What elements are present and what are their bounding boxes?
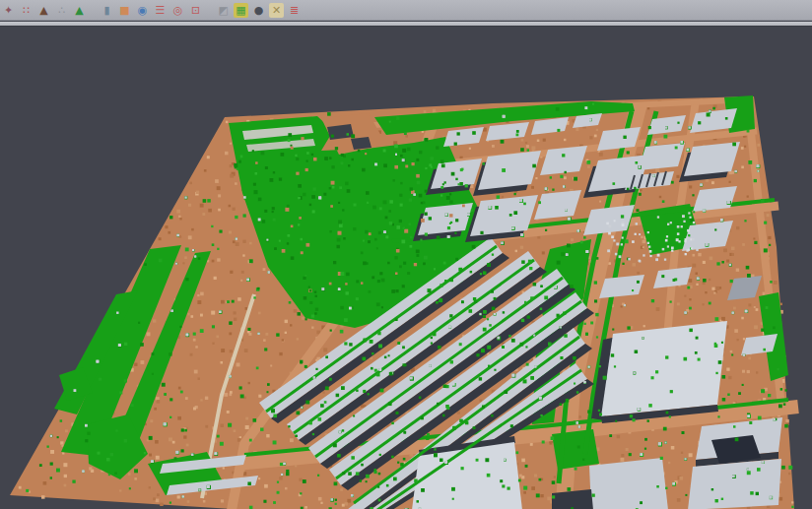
forest-speckle — [285, 208, 289, 212]
veg-speckle — [747, 471, 751, 475]
roof-veg-speckle — [473, 297, 476, 300]
veg-speckle — [258, 198, 262, 202]
ground-speckle — [203, 500, 206, 503]
veg-speckle — [596, 257, 599, 260]
veg-speckle — [144, 452, 146, 454]
veg-speckle — [574, 383, 575, 385]
parking-speckle — [690, 217, 692, 219]
parking-speckle — [619, 255, 622, 258]
light-speckle — [539, 397, 542, 400]
ground-speckle — [318, 497, 322, 501]
veg-speckle — [203, 199, 207, 203]
veg-speckle — [582, 459, 584, 461]
column-icon[interactable]: ▮ — [100, 3, 114, 18]
light-speckle — [318, 196, 321, 199]
ground-speckle — [543, 139, 546, 142]
mountain-icon[interactable]: ▲ — [36, 3, 51, 18]
veg-speckle — [421, 488, 425, 492]
clear-icon[interactable]: ✕ — [269, 3, 284, 18]
globe-icon[interactable]: ◉ — [135, 3, 150, 18]
orange-tile-icon[interactable]: ■ — [117, 3, 132, 18]
light-speckle — [720, 219, 723, 222]
veg-speckle — [609, 434, 612, 437]
3d-viewport[interactable] — [0, 26, 812, 509]
ground-speckle — [200, 204, 204, 208]
forest-speckle — [301, 238, 304, 241]
parking-speckle — [622, 223, 625, 226]
roof-veg-speckle — [461, 300, 464, 303]
veg-speckle — [212, 243, 215, 246]
light-speckle — [563, 185, 565, 187]
veg-speckle — [714, 228, 716, 230]
crop-icon[interactable]: ⊡ — [188, 3, 203, 18]
veg-speckle — [727, 394, 730, 397]
ground-speckle — [656, 307, 660, 311]
forest-speckle — [346, 291, 349, 294]
flag-icon[interactable]: ≣ — [287, 3, 302, 18]
veg-speckle — [703, 279, 707, 283]
ground-speckle — [156, 456, 160, 460]
veg-speckle — [417, 254, 420, 257]
ground-speckle — [526, 145, 529, 148]
picker-icon[interactable]: ◩ — [216, 3, 231, 18]
ground-speckle — [229, 231, 232, 234]
light-speckle — [684, 311, 686, 313]
sphere-icon[interactable]: ● — [251, 3, 266, 18]
veg-speckle — [557, 129, 560, 132]
veg-speckle — [778, 405, 782, 409]
light-speckle — [534, 365, 536, 367]
veg-speckle — [529, 267, 532, 270]
ground-speckle — [756, 371, 758, 373]
forest-speckle — [440, 186, 443, 189]
roof-veg-speckle — [348, 472, 352, 476]
veg-speckle — [409, 223, 411, 225]
light-speckle — [349, 307, 352, 310]
veg-speckle — [39, 464, 42, 467]
align-pair-icon[interactable]: ∷ — [19, 3, 34, 18]
light-speckle — [414, 194, 416, 196]
veg-speckle — [656, 485, 659, 488]
veg-speckle — [345, 182, 349, 186]
green-hill-icon[interactable]: ▲ — [72, 3, 87, 18]
veg-speckle — [480, 273, 482, 275]
roof-veg-speckle — [364, 339, 368, 343]
ground-speckle — [178, 387, 181, 390]
veg-speckle — [788, 466, 792, 470]
veg-speckle — [159, 259, 163, 263]
light-speckle — [638, 408, 641, 411]
parking-speckle — [677, 225, 680, 228]
classify-icon[interactable]: ▦ — [234, 3, 248, 18]
layers-icon[interactable]: ☰ — [153, 3, 168, 18]
veg-speckle — [303, 193, 305, 196]
ground-speckle — [608, 262, 611, 265]
forest-speckle — [287, 242, 289, 244]
building-roof — [688, 459, 781, 509]
veg-speckle — [518, 479, 521, 482]
forest-speckle — [314, 291, 316, 293]
ground-speckle — [696, 284, 698, 286]
veg-speckle — [140, 343, 144, 347]
points-icon[interactable]: ✦ — [1, 3, 16, 18]
light-speckle — [688, 126, 691, 129]
ground-speckle — [205, 397, 208, 400]
veg-speckle — [220, 442, 224, 446]
veg-speckle — [273, 219, 276, 222]
ground-speckle — [208, 209, 212, 213]
veg-speckle — [85, 439, 88, 442]
ground-speckle — [731, 253, 734, 256]
building-roof — [589, 458, 668, 509]
light-speckle — [215, 452, 218, 455]
roof-veg-speckle — [473, 426, 476, 429]
ring-icon[interactable]: ◎ — [170, 3, 185, 18]
ground-speckle — [200, 314, 203, 317]
veg-speckle — [778, 368, 779, 370]
ground-speckle — [689, 453, 693, 457]
ground-speckle — [64, 484, 67, 487]
sparse-points-icon[interactable]: ∴ — [54, 3, 69, 18]
ground-speckle — [134, 477, 137, 480]
light-speckle — [568, 218, 571, 221]
veg-speckle — [520, 343, 524, 347]
ground-speckle — [191, 228, 194, 231]
veg-speckle — [695, 351, 698, 354]
veg-speckle — [417, 500, 420, 503]
